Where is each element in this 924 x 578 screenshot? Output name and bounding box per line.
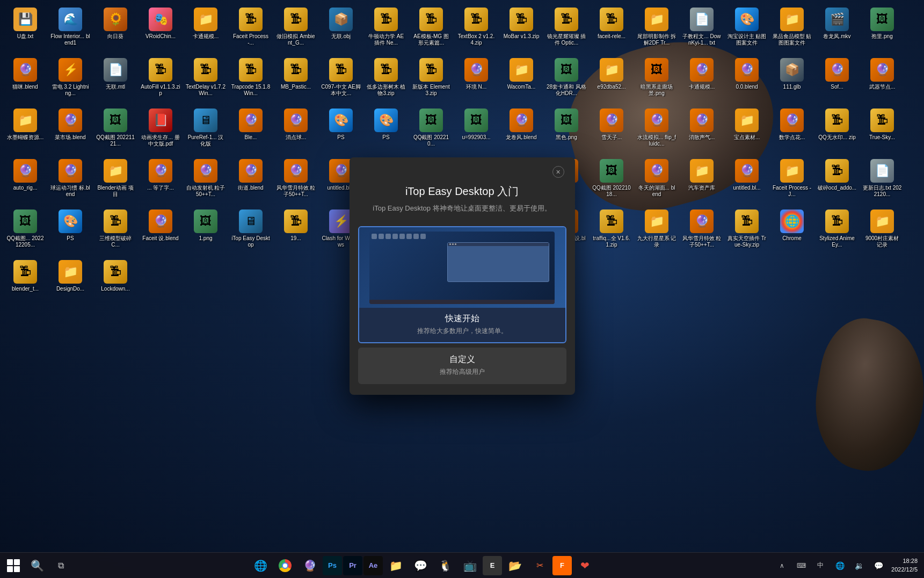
taskbar-keyboard-icon[interactable]: ⌨ (792, 557, 810, 574)
prev-icon (406, 234, 412, 239)
clock-time: 18:28 (891, 557, 918, 565)
prev-icon (399, 234, 405, 239)
taskbar-chat-icon[interactable]: 💬 (870, 557, 887, 574)
taskbar-app-chrome[interactable] (273, 554, 297, 577)
taskbar-app-explorer[interactable]: 📁 (384, 554, 408, 577)
taskbar-volume-icon[interactable]: 🔉 (850, 557, 868, 574)
prev-icon (385, 234, 391, 239)
taskbar-network-icon[interactable]: 🌐 (831, 557, 848, 574)
itop-modal: × iTop Easy Desktop 入门 iTop Easy Desktop… (350, 157, 575, 395)
modal-option-custom[interactable]: 自定义 推荐给高级用户 (358, 348, 566, 384)
taskbar-app-edge[interactable]: 🌐 (249, 554, 272, 577)
taskbar-app-faceit[interactable]: F (552, 556, 572, 575)
modal-overlay: × iTop Easy Desktop 入门 iTop Easy Desktop… (0, 0, 924, 552)
option2-desc: 推荐给高级用户 (359, 367, 565, 383)
option2-label: 自定义 (359, 349, 565, 367)
taskbar-taskview-button[interactable]: ⧉ (49, 554, 72, 577)
modal-option-quickstart[interactable]: 快速开始 推荐给大多数用户，快速简单。 (358, 226, 566, 343)
option1-desc: 推荐给大多数用户，快速简单。 (359, 327, 565, 342)
preview-window (447, 242, 549, 282)
modal-header: × (350, 157, 575, 178)
taskbar-app-ae[interactable]: Ae (363, 556, 383, 575)
taskbar-app-bilibili[interactable]: 📺 (458, 554, 482, 577)
prev-icon (413, 234, 419, 239)
option-preview-1 (359, 227, 565, 308)
taskbar-system-tray: ∧ ⌨ 中 🌐 🔉 💬 18:28 2022/12/5 (773, 557, 924, 574)
taskbar-app-folder[interactable]: 📂 (503, 554, 527, 577)
clock-date: 2022/12/5 (891, 566, 918, 574)
option1-label: 快速开始 (359, 308, 565, 327)
taskbar-search-button[interactable]: 🔍 (26, 554, 48, 577)
preview-taskbar (369, 300, 555, 304)
taskbar-start-button[interactable] (2, 554, 25, 577)
prev-icon (420, 234, 426, 239)
preview-icons (369, 232, 555, 241)
modal-title: iTop Easy Desktop 入门 (350, 178, 575, 201)
taskbar-app-ps[interactable]: Ps (323, 556, 342, 575)
preview-dot (452, 243, 454, 245)
taskbar-ime-icon[interactable]: 中 (812, 557, 829, 574)
taskbar-app-blender[interactable]: 🔮 (298, 554, 322, 577)
preview-desktop (369, 232, 555, 304)
taskbar-left: 🔍 ⧉ (0, 554, 72, 577)
prev-icon (372, 234, 377, 239)
taskbar-pinned-apps: 🌐 🔮 Ps Pr Ae 📁 💬 🐧 📺 E 📂 ✂ F ❤ (72, 554, 773, 577)
modal-subtitle: iTop Easy Desktop 将神奇地让桌面更整洁、更易于使用。 (350, 201, 575, 222)
taskbar: 🔍 ⧉ 🌐 🔮 Ps Pr Ae 📁 💬 🐧 📺 E 📂 ✂ F ❤ ∧ ⌨ 中… (0, 552, 924, 578)
preview-dot (449, 243, 451, 245)
taskbar-app-clip[interactable]: ✂ (528, 554, 551, 577)
modal-close-button[interactable]: × (552, 166, 564, 178)
prev-icon (392, 234, 398, 239)
prev-icon (379, 234, 384, 239)
taskbar-app-epic[interactable]: E (483, 556, 502, 575)
taskbar-clock[interactable]: 18:28 2022/12/5 (889, 557, 920, 574)
taskbar-chevron-icon[interactable]: ∧ (773, 557, 790, 574)
taskbar-app-qq[interactable]: 🐧 (433, 554, 457, 577)
preview-window-bar (448, 243, 549, 246)
taskbar-app-red[interactable]: ❤ (573, 554, 596, 577)
taskbar-app-wechat[interactable]: 💬 (409, 554, 432, 577)
taskbar-app-pr[interactable]: Pr (343, 556, 362, 575)
modal-bottom-padding (350, 388, 575, 395)
preview-dot (455, 243, 456, 245)
